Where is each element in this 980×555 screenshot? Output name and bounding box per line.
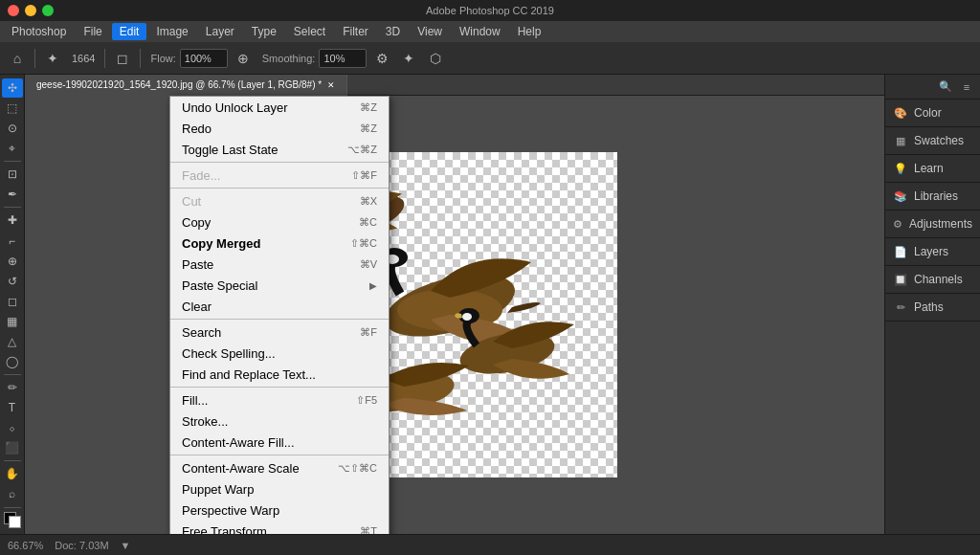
- menu-edit[interactable]: Edit: [112, 23, 147, 40]
- menu-layer[interactable]: Layer: [198, 23, 242, 40]
- background-color[interactable]: [9, 516, 21, 528]
- menu-item-perspective-warp[interactable]: Perspective Warp: [170, 500, 389, 521]
- history-brush-tool[interactable]: ↺: [2, 272, 23, 291]
- magic-wand-tool[interactable]: ⌖: [2, 139, 23, 158]
- menu-item-label-clear: Clear: [182, 300, 212, 314]
- minimize-button[interactable]: [25, 5, 36, 16]
- menu-item-find-replace[interactable]: Find and Replace Text...: [170, 364, 389, 385]
- panel-section-paths[interactable]: ✏Paths: [885, 294, 980, 321]
- menu-photoshop[interactable]: Photoshop: [4, 23, 74, 40]
- main-layout: ✣ ⬚ ⊙ ⌖ ⊡ ✒ ✚ ⌐ ⊕ ↺ ◻ ▦ △ ◯ ✏ T ⬦ ⬛ ✋ ⌕ …: [0, 75, 980, 534]
- pressure-button[interactable]: ✦: [397, 47, 420, 70]
- maximize-button[interactable]: [42, 5, 54, 16]
- eyedropper-tool[interactable]: ✒: [2, 185, 23, 204]
- menu-shortcut-search: ⌘F: [360, 326, 377, 339]
- menu-item-undo[interactable]: Undo Unlock Layer⌘Z: [170, 97, 389, 118]
- move-tool[interactable]: ✣: [2, 78, 23, 98]
- hand-tool[interactable]: ✋: [2, 464, 23, 483]
- menu-item-content-aware-scale[interactable]: Content-Aware Scale⌥⇧⌘C: [170, 457, 389, 478]
- doc-size: Doc: 7.03M: [55, 540, 108, 551]
- airbrush-button[interactable]: ⊕: [232, 47, 255, 70]
- shape-tool[interactable]: ⬛: [2, 438, 23, 457]
- menu-file[interactable]: File: [76, 23, 109, 40]
- menu-item-label-content-aware-scale: Content-Aware Scale: [182, 461, 300, 476]
- status-arrow[interactable]: ▼: [121, 540, 131, 551]
- menu-item-clear[interactable]: Clear: [170, 296, 389, 317]
- dodge-tool[interactable]: ◯: [2, 352, 23, 371]
- menu-item-stroke[interactable]: Stroke...: [170, 411, 389, 432]
- lasso-tool[interactable]: ⊙: [2, 119, 23, 138]
- gradient-tool[interactable]: ▦: [2, 312, 23, 331]
- blur-tool[interactable]: △: [2, 332, 23, 351]
- eraser-tool[interactable]: ◻: [2, 292, 23, 311]
- menu-item-toggle[interactable]: Toggle Last State⌥⌘Z: [170, 139, 389, 160]
- panel-section-color[interactable]: 🎨Color: [885, 100, 980, 126]
- brush-tool-button[interactable]: ✦: [41, 47, 64, 70]
- menu-item-copy[interactable]: Copy⌘C: [170, 211, 389, 233]
- menu-item-puppet-warp[interactable]: Puppet Warp: [170, 478, 389, 500]
- pen-tool[interactable]: ✏: [2, 378, 23, 397]
- menu-item-free-transform[interactable]: Free Transform⌘T: [170, 521, 389, 534]
- brush-tool[interactable]: ⌐: [2, 231, 23, 250]
- menu-view[interactable]: View: [410, 23, 450, 40]
- type-tool[interactable]: T: [2, 398, 23, 417]
- panel-section-swatches[interactable]: ▦Swatches: [885, 127, 980, 154]
- menu-item-paste-special[interactable]: Paste Special▶: [170, 275, 389, 296]
- menu-item-content-aware-fill[interactable]: Content-Aware Fill...: [170, 432, 389, 453]
- panel-section-layers[interactable]: 📄Layers: [885, 238, 980, 265]
- panel-section-learn[interactable]: 💡Learn: [885, 155, 980, 182]
- panel-options-button[interactable]: ≡: [957, 78, 976, 97]
- left-tool-panel: ✣ ⬚ ⊙ ⌖ ⊡ ✒ ✚ ⌐ ⊕ ↺ ◻ ▦ △ ◯ ✏ T ⬦ ⬛ ✋ ⌕: [0, 75, 25, 534]
- menu-item-label-check-spelling: Check Spelling...: [182, 346, 276, 361]
- menu-item-copy-merged[interactable]: Copy Merged⇧⌘C: [170, 233, 389, 254]
- menu-shortcut-redo: ⌘Z: [360, 122, 377, 135]
- canvas-content: [25, 96, 884, 534]
- close-button[interactable]: [8, 5, 19, 16]
- submenu-arrow-paste-special: ▶: [369, 280, 377, 291]
- smoothing-input[interactable]: [319, 49, 367, 68]
- menu-image[interactable]: Image: [148, 23, 195, 40]
- menu-item-label-copy-merged: Copy Merged: [182, 236, 260, 251]
- menu-3d[interactable]: 3D: [378, 23, 408, 40]
- crop-tool[interactable]: ⊡: [2, 165, 23, 184]
- menu-item-paste[interactable]: Paste⌘V: [170, 254, 389, 275]
- canvas-tab[interactable]: geese-19902021920_1564_1920.jpg @ 66.7% …: [25, 75, 347, 96]
- menu-item-search[interactable]: Search⌘F: [170, 322, 389, 343]
- selection-tool[interactable]: ⬚: [2, 99, 23, 118]
- home-tool-button[interactable]: ⌂: [6, 47, 29, 70]
- menu-item-label-fill: Fill...: [182, 393, 208, 408]
- panel-section-libraries[interactable]: 📚Libraries: [885, 183, 980, 210]
- panel-section-channels[interactable]: 🔲Channels: [885, 266, 980, 293]
- menu-window[interactable]: Window: [452, 23, 508, 40]
- status-bar: 66.67% Doc: 7.03M ▼: [0, 534, 980, 555]
- brush-size-button[interactable]: 1664: [68, 47, 99, 70]
- menu-shortcut-cut: ⌘X: [360, 195, 377, 208]
- menu-item-fill[interactable]: Fill...⇧F5: [170, 389, 389, 411]
- menu-item-label-content-aware-fill: Content-Aware Fill...: [182, 435, 295, 450]
- search-panel-button[interactable]: 🔍: [936, 78, 955, 97]
- menu-type[interactable]: Type: [244, 23, 284, 40]
- panel-section-adjustments[interactable]: ⚙Adjustments: [885, 211, 980, 237]
- zoom-tool[interactable]: ⌕: [2, 484, 23, 503]
- path-tool[interactable]: ⬦: [2, 418, 23, 437]
- tab-close-icon[interactable]: ✕: [327, 80, 335, 90]
- healing-tool[interactable]: ✚: [2, 211, 23, 230]
- menu-separator: [170, 188, 389, 189]
- clone-tool[interactable]: ⊕: [2, 252, 23, 271]
- brush-shape-button[interactable]: ◻: [111, 47, 134, 70]
- panel-label-learn: Learn: [914, 162, 944, 175]
- color-picker[interactable]: [4, 512, 21, 527]
- menu-filter[interactable]: Filter: [335, 23, 376, 40]
- dropdown-menu: Undo Unlock Layer⌘ZRedo⌘ZToggle Last Sta…: [169, 96, 390, 534]
- menu-select[interactable]: Select: [286, 23, 333, 40]
- menu-item-check-spelling[interactable]: Check Spelling...: [170, 343, 389, 364]
- menu-shortcut-copy: ⌘C: [359, 216, 377, 229]
- menu-item-redo[interactable]: Redo⌘Z: [170, 118, 389, 139]
- stylus-button[interactable]: ⬡: [424, 47, 447, 70]
- flow-label: Flow:: [150, 53, 175, 64]
- paths-icon: ✏: [893, 300, 908, 315]
- flow-input[interactable]: [180, 49, 228, 68]
- smoothing-settings-button[interactable]: ⚙: [370, 47, 393, 70]
- menu-item-label-toggle: Toggle Last State: [182, 143, 278, 157]
- menu-help[interactable]: Help: [510, 23, 549, 40]
